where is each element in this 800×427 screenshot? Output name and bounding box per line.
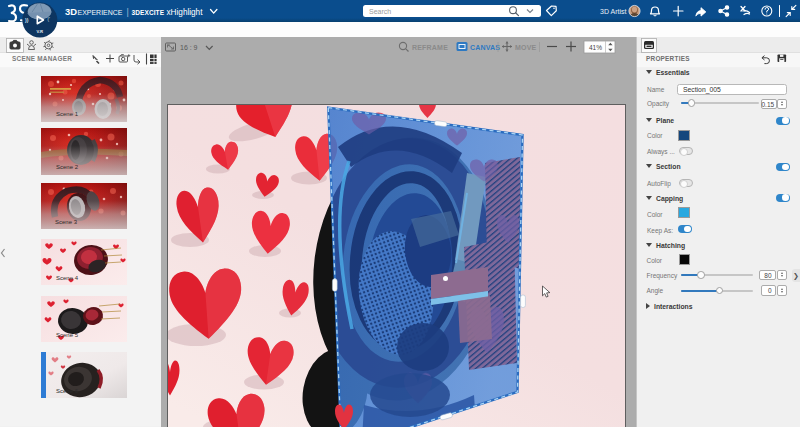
- svg-text:xHighlight: xHighlight: [167, 8, 204, 17]
- svg-text:3D: 3D: [65, 7, 78, 17]
- svg-text:3DEXCITE: 3DEXCITE: [132, 9, 165, 16]
- svg-text:CANVAS: CANVAS: [470, 44, 500, 51]
- svg-text:EXPERIENCE: EXPERIENCE: [78, 8, 123, 17]
- svg-text:MOVE: MOVE: [515, 44, 537, 51]
- svg-text:REFRAME: REFRAME: [412, 44, 448, 51]
- svg-text:Scene 2: Scene 2: [56, 164, 79, 170]
- svg-text:3D Artist: 3D Artist: [600, 8, 627, 15]
- svg-text:)): )): [25, 17, 29, 23]
- svg-text:V.R: V.R: [36, 29, 43, 34]
- svg-text:Scene 3: Scene 3: [55, 219, 78, 225]
- svg-text:Scene 6: Scene 6: [56, 388, 79, 394]
- svg-text:PROPERTIES: PROPERTIES: [646, 55, 690, 62]
- svg-text:Search: Search: [369, 8, 391, 15]
- svg-text:Scene 1: Scene 1: [56, 111, 79, 117]
- svg-text:16 : 9: 16 : 9: [180, 44, 198, 51]
- svg-text:|: |: [127, 7, 129, 17]
- svg-text:SCENE MANAGER: SCENE MANAGER: [12, 55, 72, 62]
- svg-text:41%: 41%: [589, 44, 602, 51]
- svg-text:Scene 4: Scene 4: [56, 275, 79, 281]
- svg-text:(': (': [48, 17, 50, 22]
- svg-text:Scene 5: Scene 5: [56, 332, 79, 338]
